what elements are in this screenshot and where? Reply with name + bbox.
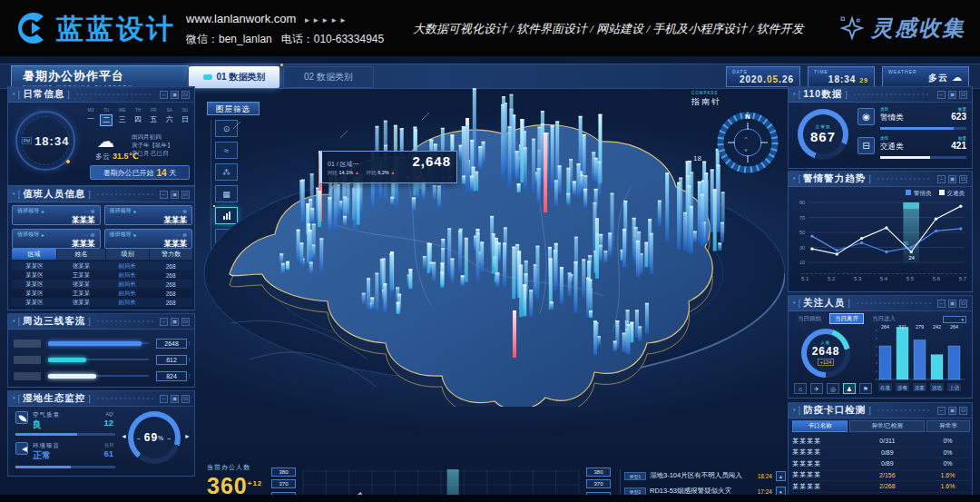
gauge-left-arrow[interactable]: ◄ [121,433,127,439]
card-menu-icon[interactable]: ⋯ ⊗ [83,208,95,214]
duty-card[interactable]: 值班领导▸⋯ ⊗某某某 [104,229,193,249]
panel-checkpoint: *[防疫卡口检测]–▣⊡ 卡口名称异常/已检测异常率 某某某某0/3110%某某… [788,402,973,502]
map-bar-cap [504,227,507,229]
dropdown-chip[interactable]: ▾ [943,316,966,323]
panel-passenger-flow: *[周边三线客流]–▣⊡ 2648|˙612|˙824|˙ [7,313,195,388]
minimize-icon[interactable]: – [160,395,168,403]
weekday-item[interactable]: SU日 [179,108,191,126]
checkpoint-header-cell[interactable]: 异常率 [926,420,970,432]
minimize-icon[interactable]: – [160,191,168,199]
window-icon[interactable]: ▣ [948,175,956,183]
expand-icon[interactable]: ⊡ [181,395,190,403]
office-count-label: 当前办公人数 [207,463,262,472]
expand-icon[interactable]: ⊡ [181,191,190,199]
weekday-item[interactable]: FR五 [147,108,160,126]
plane-icon[interactable]: ✈ [810,383,823,394]
window-icon[interactable]: ▣ [171,191,179,199]
focus-tab[interactable]: 当日抓拍 [792,313,827,324]
duty-card[interactable]: 值班领导▸⋯ ⊗某某某 [12,229,101,249]
minimize-icon[interactable]: – [937,300,946,308]
card-menu-icon[interactable]: ⋯ ⊗ [175,208,187,214]
map-bar [343,216,347,226]
weekday-cn: 四 [132,114,144,124]
flag-icon[interactable]: ⚑ [859,383,872,394]
website-url[interactable]: www.lanlanwork.com►►►►► [186,12,348,25]
expand-icon[interactable]: ⊡ [959,407,967,415]
office-delta: +12 [248,479,263,487]
table-cell: 王某某 [57,271,106,280]
highlight-tab [903,202,919,209]
table-cell: 某某区 [12,271,57,280]
compass-north: N [745,113,750,121]
minimize-icon[interactable]: – [937,175,946,183]
minimize-icon[interactable]: – [937,407,946,415]
map-bar-cap [613,341,617,343]
map-bar-cap [658,201,662,202]
map-bar-cap [599,245,603,247]
map-bar-cap [508,126,512,128]
type-name: 警情类 [880,113,904,123]
focus-tab[interactable]: 当日离开 [829,313,864,324]
window-icon[interactable]: ▣ [171,395,179,403]
card-menu-icon[interactable]: ⋯ ⊗ [175,231,187,238]
focus-bar [879,346,891,379]
window-icon[interactable]: ▣ [948,407,956,415]
compass[interactable]: COMPASS 指南针 N 18 ^ v [691,91,786,171]
duty-card[interactable]: 值班领导▸⋯ ⊗某某某 [12,205,101,225]
weekday-item[interactable]: WE三 [116,108,129,126]
expand-icon[interactable]: ⊡ [959,300,967,308]
panel-title: 周边三线客流 [23,315,85,328]
expand-icon[interactable]: ⊡ [959,91,967,99]
target-icon[interactable]: ◎ [827,383,839,394]
map-bar-cap [593,202,596,204]
weekday-en: FR [147,108,160,113]
checkpoint-ratio: 0/89 [849,460,926,467]
map-bar-cap [470,176,474,178]
map-bar-cap [515,151,519,153]
checkpoint-header-cell[interactable]: 异常/已检测 [849,420,925,432]
weekday-item[interactable]: SA六 [163,108,176,126]
panel-focus-personnel: *[关注人员]–▣⊡ 当日抓拍当日离开当日进入 人数 2648 +124 ⌂✈◎… [788,295,973,399]
expand-icon[interactable]: ⊡ [181,91,190,99]
minimize-icon[interactable]: – [160,318,168,326]
focus-bar [914,340,926,379]
window-icon[interactable]: ▣ [171,318,179,326]
home-icon[interactable]: ⌂ [794,383,807,394]
weekday-item[interactable]: MO一 [84,108,97,126]
alert-row[interactable]: 类型1湿地3-104片区有不明人员闯入18:24▲ [624,469,786,482]
data-point [959,204,962,207]
tab-data-category-2[interactable]: 02 数据类别 [283,66,374,88]
map-bar-cap [549,259,553,261]
table-cell: 副局长 [105,271,149,280]
expand-icon[interactable]: ⊡ [959,175,967,183]
window-icon[interactable]: ▣ [948,91,956,99]
map-bar-cap [480,242,484,244]
window-icon[interactable]: ▣ [948,300,956,308]
map-bar [597,162,601,196]
window-icon[interactable]: ▣ [171,91,179,99]
checkpoint-header-cell[interactable]: 卡口名称 [792,420,848,432]
map-bar [529,290,533,316]
duty-card[interactable]: 值班领导▸⋯ ⊗某某某 [104,205,193,225]
map-bar-cap [665,172,669,174]
card-menu-icon[interactable]: ⋯ ⊗ [83,231,95,238]
minimize-icon[interactable]: – [937,91,946,99]
tab-data-category-1[interactable]: 01 数据类别 [189,66,279,88]
scroll-up-button[interactable]: ▲ [776,471,786,481]
map-bar-cap [475,229,479,231]
map-bar [544,133,547,212]
weekday-item[interactable]: TU二 [100,108,113,126]
table-header-cell: 级别 [106,249,149,260]
map-bar-cap [644,242,648,244]
table-cell: 副局长 [105,308,149,310]
minimize-icon[interactable]: – [160,91,168,99]
gauge-right-arrow[interactable]: ► [184,433,191,439]
map-bar-cap [587,261,591,262]
weekday-item[interactable]: TH四 [132,108,144,126]
expand-icon[interactable]: ⊡ [181,318,190,326]
person-icon[interactable]: ♟ [843,383,856,394]
compass-dial[interactable]: N 18 ^ v [691,110,786,177]
map-bar-cap [622,229,626,231]
panel-header: *[周边三线客流]–▣⊡ [8,314,194,330]
map-bar [566,193,570,206]
